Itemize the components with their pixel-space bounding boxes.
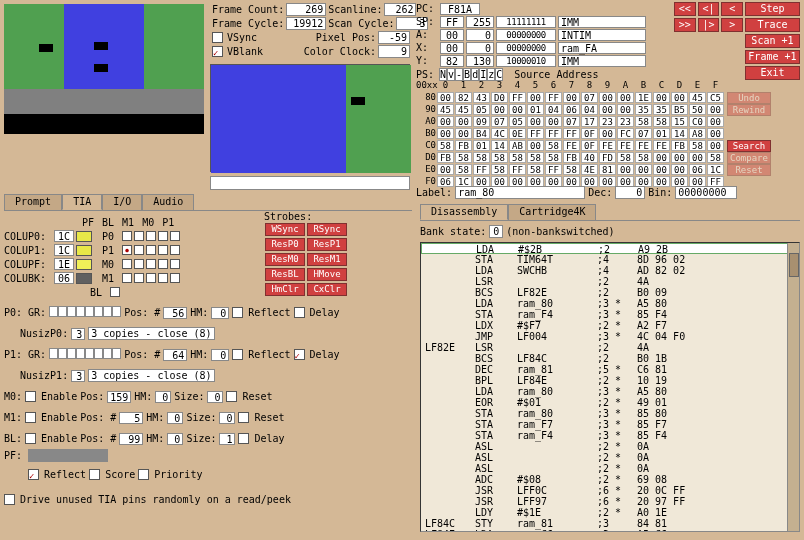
p0-reflect-checkbox[interactable] [232,307,243,318]
gr-bit[interactable] [112,348,121,359]
hex-cell[interactable]: 00 [437,164,454,175]
strobe-hmclr[interactable]: HmClr [265,283,305,296]
collision-checkbox[interactable] [158,245,168,255]
strobe-cxclr[interactable]: CxClr [307,283,347,296]
p1-reflect-checkbox[interactable] [232,349,243,360]
hex-cell[interactable]: 58 [707,152,724,163]
frame-button[interactable]: Frame +1 [745,50,800,64]
bl-hm[interactable]: 0 [167,433,183,445]
rewind-2-button[interactable]: <| [698,2,720,16]
hex-cell[interactable]: 05 [473,104,490,115]
scan-button[interactable]: Scan +1 [745,34,800,48]
hex-cell[interactable]: 58 [635,152,652,163]
play-button[interactable]: > [721,18,743,32]
disasm-row[interactable]: JSRLFF97;6 *20 97 FF [421,496,799,507]
gr-bit[interactable] [94,348,103,359]
hex-cell[interactable]: 09 [473,116,490,127]
hex-cell[interactable]: 01 [653,128,670,139]
tab-i/o[interactable]: I/O [102,194,142,210]
hex-cell[interactable]: 43 [473,92,490,103]
collision-checkbox[interactable] [122,231,132,241]
gr-bit[interactable] [58,306,67,317]
hex-cell[interactable]: 00 [671,152,688,163]
hex-cell[interactable]: 81 [599,164,616,175]
disasm-row[interactable]: ASL;2 *0A [421,441,799,452]
hex-cell[interactable]: FB [671,140,688,151]
disasm-row[interactable]: LDY#$1E;2 *A0 1E [421,507,799,518]
nusiz0-val[interactable]: 3 [71,328,85,340]
hex-cell[interactable]: 82 [455,92,472,103]
collision-checkbox[interactable] [170,273,180,283]
strobe-resp1[interactable]: ResP1 [307,238,347,251]
hex-cell[interactable]: 06 [563,104,580,115]
disasm-row[interactable]: LF84CSTYram_81;384 81 [421,518,799,529]
hex-cell[interactable]: 00 [653,92,670,103]
hex-cell[interactable]: D0 [491,92,508,103]
trace-button[interactable]: Trace [745,18,800,32]
strobe-resp0[interactable]: ResP0 [265,238,305,251]
m0-hm[interactable]: 0 [155,391,171,403]
undo-button[interactable]: Undo [727,92,771,104]
hex-cell[interactable]: 45 [437,104,454,115]
disasm-row[interactable]: STAram_80;3 *85 80 [421,408,799,419]
disasm-row[interactable]: BPLLF84E;2 *10 19 [421,375,799,386]
collision-checkbox[interactable] [170,245,180,255]
hex-cell[interactable]: 00 [635,164,652,175]
hex-cell[interactable]: FC [617,128,634,139]
disasm-row[interactable]: STAram_F4;3 *85 F4 [421,430,799,441]
hex-cell[interactable]: 04 [581,104,598,115]
tab-cartridge4k[interactable]: Cartridge4K [508,204,596,220]
m0-reset-checkbox[interactable] [226,391,237,402]
m1-enable-checkbox[interactable] [25,412,36,423]
collision-checkbox[interactable] [122,259,132,269]
hex-cell[interactable]: 58 [563,164,580,175]
hex-cell[interactable]: 45 [455,104,472,115]
hex-cell[interactable]: FF [545,164,562,175]
hex-cell[interactable]: FF [509,92,526,103]
hex-cell[interactable]: FF [563,128,580,139]
strobe-hmove[interactable]: HMove [307,268,347,281]
tab-prompt[interactable]: Prompt [4,194,62,210]
hex-cell[interactable]: 58 [473,152,490,163]
hex-cell[interactable]: 15 [671,116,688,127]
hex-cell[interactable]: 00 [689,152,706,163]
nusiz1-val[interactable]: 3 [71,370,85,382]
disasm-row[interactable]: JSRLFF0C;6 *20 0C FF [421,485,799,496]
exit-button[interactable]: Exit [745,66,800,80]
hex-cell[interactable]: 00 [527,92,544,103]
p0-delay-checkbox[interactable] [294,307,305,318]
hex-cell[interactable]: C5 [707,92,724,103]
hex-cell[interactable]: 04 [545,104,562,115]
hex-cell[interactable]: 07 [581,92,598,103]
m1-size[interactable]: 0 [219,412,235,424]
hex-cell[interactable]: 4C [491,128,508,139]
p1-hm-input[interactable]: 0 [211,349,229,361]
hex-cell[interactable]: 14 [671,128,688,139]
disasm-row[interactable]: STAram_F7;3 *85 F7 [421,419,799,430]
hex-cell[interactable]: B4 [473,128,490,139]
collision-checkbox[interactable] [146,273,156,283]
m0-pos[interactable]: 159 [107,391,131,403]
hex-cell[interactable]: 23 [599,116,616,127]
hex-cell[interactable]: 00 [527,116,544,127]
nusiz0-select[interactable]: 3 copies - close (8) [88,327,214,340]
strobe-rsync[interactable]: RSync [307,223,347,236]
disasm-row[interactable]: LDAram_80;3 *A5 80 [421,386,799,397]
hex-cell[interactable]: 00 [707,140,724,151]
rewind-button[interactable]: Rewind [727,104,771,116]
hex-cell[interactable]: 58 [635,116,652,127]
y-hex[interactable]: 82 [440,55,464,67]
hex-cell[interactable]: 1C [707,164,724,175]
hex-cell[interactable]: FE [563,140,580,151]
hex-cell[interactable]: 00 [671,164,688,175]
hex-cell[interactable]: 58 [491,152,508,163]
hex-cell[interactable]: 40 [581,152,598,163]
collision-checkbox[interactable] [122,273,132,283]
hex-cell[interactable]: FB [437,152,454,163]
dec-input[interactable]: 0 [615,186,645,199]
hex-cell[interactable]: 0E [509,128,526,139]
hex-cell[interactable]: 00 [599,92,616,103]
hex-cell[interactable]: FE [617,140,634,151]
hex-cell[interactable]: 00 [527,140,544,151]
hex-cell[interactable]: 58 [455,164,472,175]
